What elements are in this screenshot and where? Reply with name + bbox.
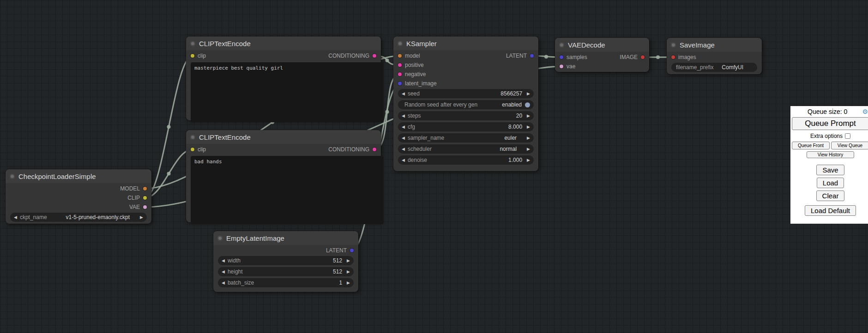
vae-slot-dot[interactable] <box>143 205 147 209</box>
node-title-bar[interactable]: KSampler <box>393 36 538 50</box>
decrement-arrow-icon[interactable]: ◀ <box>402 125 405 129</box>
input-slot-negative[interactable]: negative <box>393 70 441 79</box>
prev-value-arrow-icon[interactable]: ◀ <box>14 215 17 220</box>
node-clip-text-encode-negative[interactable]: CLIPTextEncode clip CONDITIONING bad han… <box>186 130 381 222</box>
input-slot-model[interactable]: model <box>393 51 441 60</box>
graph-canvas[interactable]: CheckpointLoaderSimple MODEL CLIP VAE <box>0 0 868 333</box>
positive-prompt-textarea[interactable]: masterpiece best quality girl <box>191 62 384 122</box>
output-slot-clip[interactable]: CLIP <box>115 193 151 202</box>
increment-arrow-icon[interactable]: ▶ <box>347 280 350 285</box>
node-collapse-dot[interactable] <box>10 174 15 179</box>
increment-arrow-icon[interactable]: ▶ <box>527 125 530 129</box>
decrement-arrow-icon[interactable]: ◀ <box>402 113 405 118</box>
input-slot-vae[interactable]: vae <box>555 62 592 71</box>
decrement-arrow-icon[interactable]: ◀ <box>222 280 225 285</box>
widget-scheduler[interactable]: ◀ scheduler normal ▶ <box>398 144 534 154</box>
toggle-on-dot[interactable] <box>525 102 530 107</box>
output-slot-latent[interactable]: LATENT <box>321 246 358 255</box>
widget-sampler-name[interactable]: ◀ sampler_name euler ▶ <box>398 133 534 143</box>
model-slot-dot[interactable] <box>398 54 402 58</box>
queue-front-button[interactable]: Queue Front <box>792 142 830 149</box>
clip-slot-dot[interactable] <box>191 148 194 151</box>
latent-slot-dot[interactable] <box>350 249 354 252</box>
prev-value-arrow-icon[interactable]: ◀ <box>402 147 405 151</box>
node-ksampler[interactable]: KSampler model positive negative lat <box>393 36 538 171</box>
decrement-arrow-icon[interactable]: ◀ <box>222 269 225 274</box>
prev-value-arrow-icon[interactable]: ◀ <box>402 136 405 140</box>
node-collapse-dot[interactable] <box>190 135 195 140</box>
output-slot-latent[interactable]: LATENT <box>501 51 538 60</box>
clip-slot-dot[interactable] <box>191 54 194 58</box>
widget-cfg[interactable]: ◀ cfg 8.000 ▶ <box>398 122 534 131</box>
output-slot-image[interactable]: IMAGE <box>615 53 649 62</box>
image-slot-dot[interactable] <box>671 55 675 59</box>
widget-steps[interactable]: ◀ steps 20 ▶ <box>398 111 534 120</box>
output-slot-conditioning[interactable]: CONDITIONING <box>324 51 381 60</box>
node-title-bar[interactable]: VAEDecode <box>555 38 649 52</box>
clear-button[interactable]: Clear <box>816 190 845 201</box>
decrement-arrow-icon[interactable]: ◀ <box>222 258 225 263</box>
widget-seed[interactable]: ◀ seed 8566257 ▶ <box>398 89 534 98</box>
model-slot-dot[interactable] <box>143 187 147 190</box>
latent-slot-dot[interactable] <box>560 55 563 59</box>
settings-gear-icon[interactable]: ⚙ <box>862 108 868 115</box>
widget-ckpt-name[interactable]: ◀ ckpt_name v1-5-pruned-emaonly.ckpt ▶ <box>10 213 147 222</box>
increment-arrow-icon[interactable]: ▶ <box>527 113 530 118</box>
clip-slot-dot[interactable] <box>143 196 147 200</box>
view-history-button[interactable]: View History <box>807 151 855 158</box>
node-collapse-dot[interactable] <box>217 236 223 241</box>
conditioning-slot-dot[interactable] <box>398 72 402 76</box>
widget-random-seed-toggle[interactable]: Random seed after every gen enabled <box>398 100 534 109</box>
node-title-bar[interactable]: CLIPTextEncode <box>186 130 381 144</box>
input-slot-images[interactable]: images <box>667 53 701 62</box>
increment-arrow-icon[interactable]: ▶ <box>527 91 530 96</box>
widget-batch-size[interactable]: ◀ batch_size 1 ▶ <box>218 278 354 287</box>
output-slot-conditioning[interactable]: CONDITIONING <box>324 145 381 154</box>
next-value-arrow-icon[interactable]: ▶ <box>140 215 143 220</box>
negative-prompt-textarea[interactable]: bad hands <box>191 156 384 224</box>
extra-options-checkbox[interactable] <box>845 133 850 139</box>
conditioning-slot-dot[interactable] <box>373 148 376 151</box>
node-title-bar[interactable]: EmptyLatentImage <box>213 231 358 245</box>
load-default-button[interactable]: Load Default <box>805 205 856 216</box>
node-title-bar[interactable]: CheckpointLoaderSimple <box>6 169 151 183</box>
load-button[interactable]: Load <box>817 178 844 188</box>
widget-denoise[interactable]: ◀ denoise 1.000 ▶ <box>398 155 534 165</box>
next-value-arrow-icon[interactable]: ▶ <box>527 136 530 140</box>
decrement-arrow-icon[interactable]: ◀ <box>402 91 405 96</box>
node-collapse-dot[interactable] <box>559 42 564 48</box>
increment-arrow-icon[interactable]: ▶ <box>527 158 530 162</box>
node-vae-decode[interactable]: VAEDecode samples vae IMAGE <box>555 38 649 72</box>
widget-filename-prefix[interactable]: filename_prefix ComfyUI <box>671 63 757 72</box>
node-collapse-dot[interactable] <box>190 41 195 46</box>
latent-slot-dot[interactable] <box>398 82 402 85</box>
input-slot-latent-image[interactable]: latent_image <box>393 79 441 88</box>
latent-slot-dot[interactable] <box>530 54 534 58</box>
increment-arrow-icon[interactable]: ▶ <box>347 269 350 274</box>
node-checkpoint-loader[interactable]: CheckpointLoaderSimple MODEL CLIP VAE <box>6 169 151 224</box>
save-button[interactable]: Save <box>816 165 844 175</box>
image-slot-dot[interactable] <box>641 55 645 59</box>
widget-height[interactable]: ◀ height 512 ▶ <box>218 267 354 276</box>
input-slot-clip[interactable]: clip <box>186 145 211 154</box>
output-slot-model[interactable]: MODEL <box>115 184 151 193</box>
output-slot-vae[interactable]: VAE <box>115 202 151 212</box>
conditioning-slot-dot[interactable] <box>373 54 376 58</box>
vae-slot-dot[interactable] <box>560 65 563 68</box>
queue-prompt-button[interactable]: Queue Prompt <box>792 117 868 130</box>
widget-width[interactable]: ◀ width 512 ▶ <box>218 256 354 265</box>
node-empty-latent-image[interactable]: EmptyLatentImage LATENT ◀ width 512 ▶ ◀ … <box>213 231 358 292</box>
node-clip-text-encode-positive[interactable]: CLIPTextEncode clip CONDITIONING masterp… <box>186 36 381 120</box>
input-slot-clip[interactable]: clip <box>186 51 211 60</box>
node-title-bar[interactable]: CLIPTextEncode <box>186 36 381 50</box>
decrement-arrow-icon[interactable]: ◀ <box>402 158 405 162</box>
node-collapse-dot[interactable] <box>671 42 676 48</box>
node-title-bar[interactable]: SaveImage <box>667 38 762 52</box>
input-slot-samples[interactable]: samples <box>555 53 592 62</box>
view-queue-button[interactable]: View Queue <box>831 142 868 149</box>
next-value-arrow-icon[interactable]: ▶ <box>527 147 530 151</box>
conditioning-slot-dot[interactable] <box>398 63 402 67</box>
node-save-image[interactable]: SaveImage images filename_prefix ComfyUI <box>667 38 762 74</box>
increment-arrow-icon[interactable]: ▶ <box>347 258 350 263</box>
input-slot-positive[interactable]: positive <box>393 60 441 70</box>
